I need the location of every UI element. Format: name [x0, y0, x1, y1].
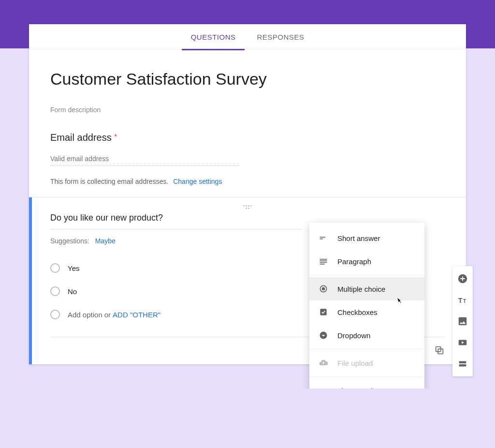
radio-icon	[50, 263, 60, 273]
type-short-answer[interactable]: Short answer	[309, 226, 424, 250]
email-label: Email address *	[50, 132, 445, 143]
form-title[interactable]: Customer Satisfaction Survey	[50, 70, 445, 89]
type-multiple-choice[interactable]: Multiple choice	[309, 277, 424, 300]
collect-note-text: This form is collecting email addresses.	[50, 178, 168, 185]
type-linear-scale[interactable]: Linear scale	[309, 379, 424, 388]
menu-separator	[309, 349, 424, 349]
form-description[interactable]: Form description	[50, 106, 445, 114]
dropdown-icon	[318, 330, 329, 341]
add-video-button[interactable]	[452, 332, 473, 353]
type-dropdown[interactable]: Dropdown	[309, 324, 424, 347]
add-option[interactable]: Add option	[68, 311, 102, 319]
linear-scale-icon	[318, 385, 329, 388]
cloud-upload-icon	[318, 358, 329, 368]
required-star: *	[114, 132, 117, 140]
short-answer-icon	[318, 233, 329, 243]
option-label[interactable]: No	[68, 287, 77, 296]
email-input[interactable]	[50, 152, 239, 166]
svg-rect-6	[320, 262, 327, 263]
svg-rect-7	[320, 264, 325, 265]
add-section-button[interactable]	[452, 353, 473, 374]
tab-responses[interactable]: RESPONSES	[246, 24, 315, 49]
type-label: Checkboxes	[337, 308, 378, 316]
svg-rect-5	[320, 260, 327, 261]
side-toolbar: TT	[452, 266, 473, 376]
suggestions-label: Suggestions:	[50, 237, 89, 245]
type-file-upload: File upload	[309, 351, 424, 374]
or-label: or	[104, 311, 111, 319]
svg-rect-4	[320, 259, 327, 260]
type-label: Short answer	[337, 234, 380, 242]
radio-icon	[50, 286, 60, 296]
add-other-link[interactable]: ADD "OTHER"	[113, 311, 160, 319]
add-title-button[interactable]: TT	[452, 289, 473, 311]
menu-separator	[309, 275, 424, 275]
radio-button-icon	[318, 284, 329, 294]
tabs: QUESTIONS RESPONSES	[29, 24, 466, 49]
selection-indicator	[29, 197, 32, 364]
svg-rect-10	[320, 309, 326, 315]
type-label: Linear scale	[337, 387, 377, 389]
video-icon	[457, 337, 468, 348]
add-question-button[interactable]	[452, 268, 473, 289]
svg-rect-3	[320, 239, 323, 239]
svg-rect-31	[459, 361, 466, 364]
image-icon	[457, 316, 468, 327]
type-label: Dropdown	[337, 331, 370, 340]
type-paragraph[interactable]: Paragraph	[309, 250, 424, 273]
checkbox-icon	[318, 307, 329, 317]
svg-text:T: T	[458, 297, 463, 304]
type-label: File upload	[337, 359, 373, 367]
paragraph-icon	[318, 256, 329, 267]
svg-point-9	[322, 287, 325, 291]
type-label: Paragraph	[337, 257, 371, 266]
change-settings-link[interactable]: Change settings	[173, 178, 222, 185]
email-collect-note: This form is collecting email addresses.…	[50, 178, 445, 185]
radio-icon	[50, 310, 60, 319]
menu-separator	[309, 376, 424, 377]
question-title-input[interactable]: Do you like our new product?	[50, 213, 302, 229]
option-label[interactable]: Yes	[68, 264, 79, 272]
form-header: Customer Satisfaction Survey Form descri…	[29, 49, 466, 125]
plus-circle-icon	[457, 273, 468, 284]
email-block: Email address * This form is collecting …	[29, 132, 466, 197]
duplicate-icon[interactable]	[434, 345, 445, 356]
add-image-button[interactable]	[452, 311, 473, 332]
svg-rect-2	[320, 237, 326, 238]
question-type-dropdown: Short answer Paragraph Multiple choice C…	[309, 223, 424, 388]
drag-handle-icon[interactable]	[243, 205, 252, 209]
suggestion-chip[interactable]: Maybe	[95, 237, 116, 245]
type-checkboxes[interactable]: Checkboxes	[309, 300, 424, 324]
email-label-text: Email address	[50, 132, 112, 143]
title-text-icon: TT	[457, 295, 468, 305]
tab-questions[interactable]: QUESTIONS	[180, 24, 247, 49]
type-label: Multiple choice	[337, 285, 385, 293]
section-icon	[457, 358, 468, 369]
svg-rect-32	[459, 364, 466, 367]
tab-underline	[182, 49, 245, 50]
svg-text:T: T	[463, 299, 466, 304]
